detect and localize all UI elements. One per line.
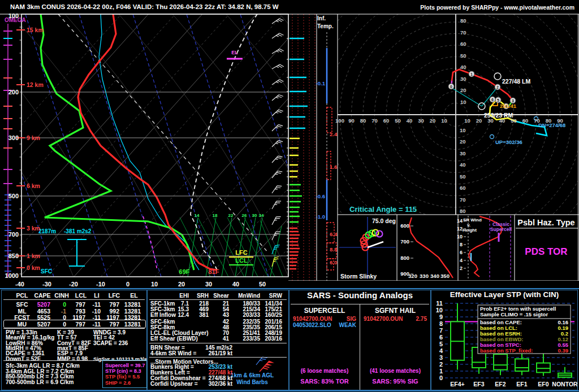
wind-barb <box>272 18 283 27</box>
sars-supercell-header: SUPERCELL <box>290 308 360 313</box>
selected-parcel-highlight <box>3 320 146 328</box>
sars-match-tag[interactable]: WEAK <box>329 323 356 328</box>
sars-match-tag[interactable]: 2.75 <box>400 316 427 322</box>
hodograph-trace <box>452 69 513 101</box>
line <box>272 49 280 54</box>
hodograph-trace <box>490 101 516 121</box>
section-divider <box>3 328 145 329</box>
temperature-tick-label: -40 <box>15 281 24 287</box>
height-marker-number: 0 <box>450 85 452 89</box>
moist-adiabat-highlight <box>133 14 215 277</box>
isotherm-line <box>101 14 337 277</box>
composite-index-value: SHIP = 2.6 <box>105 380 131 386</box>
height-marker-number: 4 <box>505 104 507 108</box>
kin-value: 41 <box>204 336 229 342</box>
stp-box <box>515 359 529 371</box>
stp-ytick: 5 <box>439 341 443 347</box>
sars-hail-result: SARS: 95% SIG <box>360 378 430 384</box>
line <box>272 201 276 209</box>
warm-advection-box <box>327 223 334 243</box>
sars-match-name[interactable]: 91042700.OUN <box>364 316 403 322</box>
hodograph-ring <box>329 0 579 242</box>
kin-footer-label: Corfidi Upshear = <box>150 381 198 387</box>
section-divider-bottom <box>0 390 579 391</box>
line <box>272 80 279 85</box>
temperature-profile <box>78 14 217 270</box>
kin-footer-value: 261/19 kt <box>194 351 232 356</box>
stp-category-label: NONTOR <box>552 381 577 387</box>
kin-value: 203/16 <box>257 336 282 342</box>
warm-advection-box <box>327 243 336 259</box>
theta-e-curve <box>409 217 453 278</box>
stp-category-label: EF1 <box>516 381 527 387</box>
isotherm-line <box>370 14 579 277</box>
stp-boxplot-canvas: 01234567891011EF4+EF3EF2EF1EF0NONTORProb… <box>431 290 577 390</box>
sharppy-sounding-app: 0123456 NAM 3km CONUS 2026-04-22 00z, F0… <box>0 0 579 392</box>
index-value: DownT = 52F <box>6 356 41 362</box>
wind-barb <box>272 154 283 165</box>
temperature-tick-label: 30 <box>205 281 212 287</box>
kin-footer-label: 4-6km SR Wind = <box>150 351 196 356</box>
temperature-tick-label: 10 <box>151 281 158 287</box>
stp-box <box>537 363 550 373</box>
pcl-header: CAPE <box>32 293 53 298</box>
kin-value: 233/35 <box>235 336 260 342</box>
kin-value: 43 <box>204 312 229 318</box>
sars-match-tag[interactable]: SIG <box>329 316 356 322</box>
sars-match-name[interactable]: 04053022.SLO <box>293 323 331 328</box>
kin-header: Shear <box>204 293 229 299</box>
composite-index-value: Supercell = 39.7 <box>105 363 145 368</box>
kin-footer-value: 302/36 kt <box>194 381 232 387</box>
stp-category-label: EF2 <box>495 381 505 387</box>
kin-value: 203/33 <box>235 312 260 318</box>
kin-header: MnWind <box>235 293 260 299</box>
index-value: MMP = 0.98 <box>57 356 88 362</box>
mixing-ratio-line <box>252 217 262 277</box>
mixing-ratio-line <box>245 217 256 277</box>
warm-advection-box <box>327 259 334 270</box>
sr-wind-curve <box>469 216 502 277</box>
thermodynamics-panel: PCLCAPECINHLCLLILFCELSFC52070797-1179713… <box>1 290 147 390</box>
wind-barb <box>272 243 279 255</box>
stp-ytick: 3 <box>439 354 443 361</box>
model-run-title: NAM 3km CONUS 2026-04-22 00z, F046 VALID… <box>10 3 279 10</box>
isotherm-line <box>74 14 310 277</box>
index-value: 3CAPE = 236 <box>93 341 128 346</box>
wind-barb-6km <box>260 359 274 373</box>
isotherm-line <box>0 14 148 277</box>
pcl-header-underline <box>3 299 145 300</box>
kinematics-panel: ...Storm Motion Vectors... 1km & 6km AGL… <box>147 290 289 390</box>
pcl-value[interactable]: 13281 <box>116 308 141 314</box>
stp-category-label: EF0 <box>538 381 548 387</box>
sars-hail-loose-matches: (41 loose matches) <box>360 368 430 374</box>
height-marker-number: 1 <box>470 72 473 76</box>
wind-barb <box>272 32 283 42</box>
lapse-rate-value: 700-500mb LR = 6.9 C/km <box>6 380 74 385</box>
line <box>276 215 281 219</box>
moist-adiabat-highlight <box>187 14 269 277</box>
moist-adiabat-highlight <box>79 14 161 277</box>
dry-adiabat <box>0 14 127 277</box>
section-divider <box>149 343 287 343</box>
wind-barb <box>272 79 283 88</box>
isotherm-line <box>0 14 230 277</box>
section-divider-top <box>0 288 579 289</box>
kin-header-underline <box>149 299 287 300</box>
isotherm-line <box>128 14 364 277</box>
isotherm-line <box>317 14 553 277</box>
sars-panel: SARS - Sounding Analogs SUPERCELL SGFNT … <box>289 290 431 390</box>
hodograph-ring <box>293 0 579 277</box>
temperature-tick-label: 50 <box>259 281 266 287</box>
pcl-header: PCL <box>12 293 32 298</box>
corfidi-dn-marker <box>534 117 538 121</box>
pcl-value[interactable]: 13281 <box>116 302 141 307</box>
agl-wind-barbs-graphic <box>232 342 283 373</box>
sars-column-divider <box>360 304 360 390</box>
upper-parcel-trace <box>58 14 269 253</box>
sars-hail-header: SGFNT HAIL <box>360 308 430 313</box>
moist-adiabat-line <box>214 217 244 277</box>
sars-match-name[interactable]: 91042700.OUN <box>293 316 332 322</box>
pcl-header: LFC <box>104 293 124 298</box>
moist-adiabat-highlight <box>25 14 107 277</box>
sars-supercell-loose-matches: (6 loose matches) <box>290 368 360 374</box>
